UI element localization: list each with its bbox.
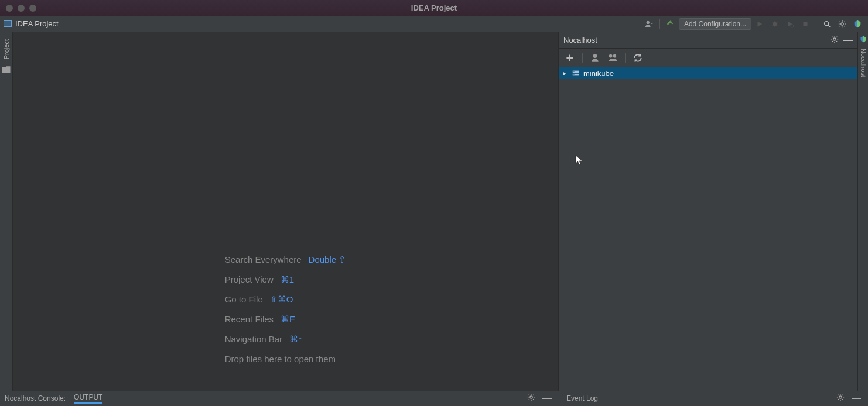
hint-nav-bar-shortcut: ⌘↑: [289, 334, 303, 345]
status-right-minimize-icon[interactable]: —: [852, 393, 861, 404]
hint-drop-files: Drop files here to open them: [225, 354, 336, 364]
refresh-icon[interactable]: [633, 53, 643, 63]
run-coverage-icon[interactable]: [783, 18, 797, 30]
search-icon[interactable]: [820, 18, 834, 30]
svg-point-13: [573, 74, 574, 75]
single-user-icon[interactable]: [590, 53, 600, 63]
logo-icon[interactable]: [850, 18, 864, 30]
chevron-right-icon[interactable]: [562, 69, 568, 78]
hint-project-view-shortcut: ⌘1: [281, 274, 294, 285]
stop-icon[interactable]: [798, 18, 812, 30]
output-tab[interactable]: OUTPUT: [74, 393, 102, 404]
editor-area[interactable]: Search EverywhereDouble ⇧ Project View⌘1…: [13, 32, 559, 391]
separator: [659, 19, 660, 29]
svg-point-15: [839, 396, 842, 398]
console-label: Nocalhost Console:: [5, 394, 66, 402]
nocalhost-panel: Nocalhost — mi: [559, 32, 857, 391]
nocalhost-tool-tab[interactable]: Nocalhost: [859, 46, 867, 80]
status-right-gear-icon[interactable]: [836, 393, 845, 404]
cursor-icon: [575, 155, 583, 167]
svg-point-8: [609, 54, 613, 57]
svg-point-6: [833, 37, 836, 40]
hint-go-to-file-shortcut: ⇧⌘O: [270, 294, 293, 305]
cluster-icon: [572, 69, 580, 77]
hint-search-everywhere: Search Everywhere: [225, 254, 302, 265]
zoom-button[interactable]: [29, 5, 36, 12]
editor-hints: Search EverywhereDouble ⇧ Project View⌘1…: [225, 254, 347, 364]
run-icon[interactable]: [753, 18, 767, 30]
hint-search-shortcut: Double ⇧: [309, 254, 347, 265]
traffic-lights: [6, 5, 36, 12]
tree-node-minikube[interactable]: minikube: [559, 67, 857, 79]
left-tool-gutter: Project: [0, 32, 13, 391]
svg-point-9: [613, 54, 617, 57]
debug-icon[interactable]: [768, 18, 782, 30]
nav-bar: IDEA Project Add Configuration...: [0, 16, 868, 32]
project-tool-tab[interactable]: Project: [2, 36, 11, 63]
group-user-icon[interactable]: [607, 53, 618, 63]
separator: [816, 19, 816, 29]
svg-point-7: [593, 54, 597, 58]
event-log-label[interactable]: Event Log: [566, 394, 598, 402]
hint-recent-files: Recent Files: [225, 314, 274, 325]
add-configuration-button[interactable]: Add Configuration...: [679, 18, 751, 30]
tree-node-label: minikube: [583, 69, 614, 78]
panel-minimize-icon[interactable]: —: [843, 35, 853, 46]
minimize-button[interactable]: [18, 5, 25, 12]
separator: [582, 53, 583, 63]
folder-icon[interactable]: [2, 66, 11, 73]
add-icon[interactable]: [565, 53, 575, 63]
title-bar: IDEA Project: [0, 0, 868, 16]
svg-point-12: [573, 71, 574, 72]
hint-go-to-file: Go to File: [225, 294, 263, 305]
user-icon[interactable]: [642, 18, 656, 30]
build-icon[interactable]: [664, 18, 678, 30]
status-bar: Nocalhost Console: OUTPUT — Event Log —: [0, 391, 868, 406]
hint-project-view: Project View: [225, 274, 274, 285]
svg-point-4: [825, 21, 829, 25]
settings-icon[interactable]: [835, 18, 849, 30]
status-gear-icon[interactable]: [527, 393, 535, 404]
svg-point-2: [791, 24, 794, 27]
hint-recent-files-shortcut: ⌘E: [281, 314, 295, 325]
panel-gear-icon[interactable]: [831, 35, 839, 46]
separator: [625, 53, 626, 63]
project-icon: [4, 20, 12, 27]
svg-point-0: [647, 20, 650, 23]
svg-point-5: [841, 22, 843, 25]
right-tool-gutter: Nocalhost: [857, 32, 868, 391]
svg-point-1: [773, 22, 777, 26]
cluster-tree[interactable]: minikube: [559, 67, 857, 391]
window-title: IDEA Project: [411, 4, 457, 12]
close-button[interactable]: [6, 5, 13, 12]
status-minimize-icon[interactable]: —: [542, 393, 552, 404]
svg-rect-3: [804, 22, 808, 26]
breadcrumb-project[interactable]: IDEA Project: [15, 19, 59, 28]
svg-point-14: [530, 396, 532, 398]
panel-title: Nocalhost: [563, 36, 597, 44]
nocalhost-logo-icon[interactable]: [860, 36, 867, 43]
hint-nav-bar: Navigation Bar: [225, 334, 282, 345]
